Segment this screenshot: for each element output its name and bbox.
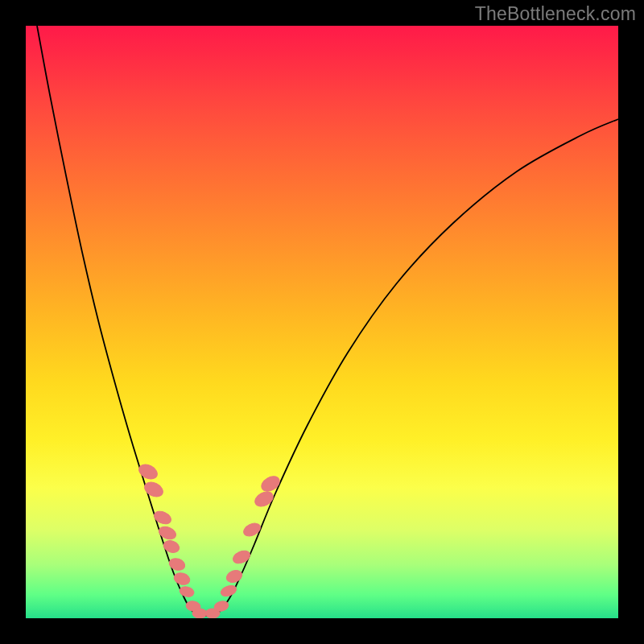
chart-container: TheBottleneck.com — [0, 0, 644, 644]
bead-marker — [162, 539, 181, 555]
bead-marker — [231, 548, 252, 566]
bead-marker — [137, 462, 160, 482]
bead-marker — [242, 521, 262, 539]
bead-marker — [253, 489, 276, 509]
bead-markers — [137, 462, 283, 618]
bead-marker — [259, 473, 283, 494]
bottleneck-curve — [37, 26, 618, 616]
bead-marker — [157, 524, 178, 541]
bead-marker — [172, 572, 191, 587]
bead-marker — [192, 609, 207, 618]
bead-marker — [225, 568, 244, 584]
attribution-watermark: TheBottleneck.com — [475, 3, 636, 25]
curve-layer — [26, 26, 618, 618]
bead-marker — [179, 585, 195, 598]
bead-marker — [220, 584, 238, 598]
bead-marker — [152, 509, 173, 526]
bead-marker — [142, 480, 166, 500]
plot-area — [26, 26, 618, 618]
bead-marker — [167, 556, 186, 572]
